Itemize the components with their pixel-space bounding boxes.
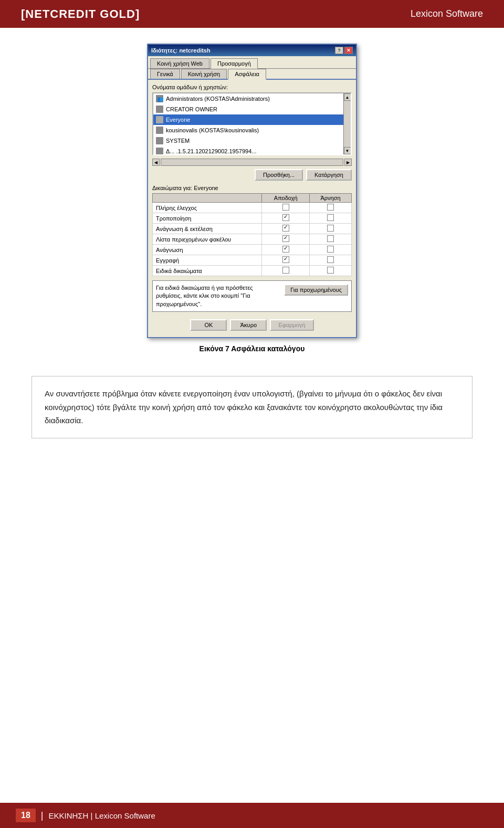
users-section-label: Ονόματα ομάδων ή χρηστών:	[152, 84, 352, 90]
perm-allow[interactable]	[262, 203, 309, 213]
header-brand: Lexicon Software	[411, 8, 483, 19]
permissions-label: Δικαιώματα για: Everyone	[152, 185, 352, 191]
scroll-down-arrow[interactable]: ▼	[344, 147, 351, 154]
user-name: CREATOR OWNER	[166, 106, 217, 112]
user-name: Everyone	[166, 117, 190, 123]
vertical-scrollbar[interactable]: ▲ ▼	[343, 93, 351, 154]
perm-col-allow: Αποδοχή	[262, 194, 309, 203]
perm-allow[interactable]	[262, 224, 309, 234]
remove-button[interactable]: Κατάργηση	[306, 169, 352, 181]
deny-checkbox[interactable]	[327, 246, 334, 253]
dialog-bottom-buttons: OK Άκυρο Εφαρμογή	[152, 316, 352, 333]
tab-web-share[interactable]: Κοινή χρήση Web	[150, 58, 209, 68]
windows-dialog: Ιδιότητες: netcreditsh ? ✕ Κοινή χρήση W…	[147, 44, 357, 338]
allow-checkbox[interactable]	[282, 256, 289, 263]
ok-button[interactable]: OK	[190, 319, 227, 331]
perm-deny[interactable]	[309, 234, 351, 245]
perm-col-name	[153, 194, 262, 203]
footer: 18 | ΕΚΚΙΝΗΣΗ | Lexicon Software	[0, 803, 504, 828]
perm-name: Ανάγνωση	[153, 245, 262, 255]
header: [NETCREDIT GOLD] Lexicon Software	[0, 0, 504, 28]
svg-rect-6	[156, 148, 163, 155]
close-button[interactable]: ✕	[344, 47, 353, 54]
permissions-table: Αποδοχή Άρνηση Πλήρης έλεγχος Τροποποίησ…	[152, 193, 352, 276]
deny-checkbox[interactable]	[327, 225, 334, 232]
perm-deny[interactable]	[309, 224, 351, 234]
horizontal-scrollbar-track[interactable]	[161, 159, 343, 166]
deny-checkbox[interactable]	[327, 235, 334, 242]
perm-allow[interactable]	[262, 234, 309, 245]
deny-checkbox[interactable]	[327, 204, 334, 211]
perm-allow[interactable]	[262, 245, 309, 255]
footer-divider: |	[41, 810, 44, 821]
bottom-tabs: Γενικά Κοινή χρήση Ασφάλεια	[148, 69, 356, 80]
add-button[interactable]: Προσθήκη...	[255, 169, 303, 181]
perm-row: Πλήρης έλεγχος	[153, 203, 352, 213]
tab-general[interactable]: Γενικά	[150, 69, 180, 79]
perm-deny[interactable]	[309, 203, 351, 213]
allow-checkbox[interactable]	[282, 246, 289, 253]
users-listbox[interactable]: 👥 Administrators (KOSTAS\Administrators)…	[152, 92, 352, 155]
perm-row: Ειδικά δικαιώματα	[153, 266, 352, 276]
tab-customization[interactable]: Προσαρμογή	[211, 58, 258, 69]
list-item[interactable]: CREATOR OWNER	[153, 104, 343, 114]
svg-rect-3	[156, 116, 163, 123]
cancel-button[interactable]: Άκυρο	[230, 319, 267, 331]
perm-deny[interactable]	[309, 213, 351, 224]
list-item[interactable]: kousinovalis (KOSTAS\kousinovalis)	[153, 125, 343, 135]
perm-name: Ειδικά δικαιώματα	[153, 266, 262, 276]
footer-page-number: 18	[16, 809, 36, 822]
user-name: kousinovalis (KOSTAS\kousinovalis)	[166, 127, 259, 133]
titlebar-buttons: ? ✕	[335, 47, 353, 54]
perm-row: Εγγραφή	[153, 255, 352, 266]
list-item[interactable]: Δ... .1.5.21.1202129002.1957994...	[153, 146, 343, 155]
scroll-right-arrow[interactable]: ▶	[344, 159, 352, 166]
dialog-container: Ιδιότητες: netcreditsh ? ✕ Κοινή χρήση W…	[32, 44, 472, 365]
perm-row: Λίστα περιεχομένων φακέλου	[153, 234, 352, 245]
scroll-left-arrow[interactable]: ◀	[152, 159, 160, 166]
allow-checkbox[interactable]	[282, 235, 289, 242]
allow-checkbox[interactable]	[282, 214, 289, 221]
advanced-text: Για ειδικά δικαιώματα ή για πρόσθετες ρυ…	[156, 284, 280, 308]
perm-name: Τροποποίηση	[153, 213, 262, 224]
allow-checkbox[interactable]	[282, 267, 289, 274]
scroll-track	[344, 101, 351, 147]
list-item[interactable]: SYSTEM	[153, 135, 343, 146]
deny-checkbox[interactable]	[327, 267, 334, 274]
deny-checkbox[interactable]	[327, 256, 334, 263]
apply-button[interactable]: Εφαρμογή	[270, 319, 313, 331]
info-box: Αν συναντήσετε πρόβλημα όταν κάνετε ενερ…	[32, 376, 472, 438]
tab-sharing[interactable]: Κοινή χρήση	[181, 69, 227, 79]
advanced-button[interactable]: Για προχωρημένους	[284, 284, 348, 296]
action-buttons: Προσθήκη... Κατάργηση	[152, 169, 352, 181]
advanced-section: Για ειδικά δικαιώματα ή για πρόσθετες ρυ…	[152, 280, 352, 312]
perm-deny[interactable]	[309, 266, 351, 276]
scroll-up-arrow[interactable]: ▲	[344, 93, 351, 101]
user-icon: 👥	[155, 95, 164, 103]
perm-name: Λίστα περιεχομένων φακέλου	[153, 234, 262, 245]
svg-text:👥: 👥	[157, 96, 163, 102]
svg-rect-5	[156, 137, 163, 144]
perm-name: Πλήρης έλεγχος	[153, 203, 262, 213]
user-icon	[155, 116, 164, 124]
perm-deny[interactable]	[309, 255, 351, 266]
allow-checkbox[interactable]	[282, 225, 289, 232]
allow-checkbox[interactable]	[282, 204, 289, 211]
perm-allow[interactable]	[262, 255, 309, 266]
dialog-body: Ονόματα ομάδων ή χρηστών: 👥 Administrato…	[148, 80, 356, 337]
perm-name: Ανάγνωση & εκτέλεση	[153, 224, 262, 234]
list-item[interactable]: 👥 Administrators (KOSTAS\Administrators)	[153, 93, 343, 104]
perm-deny[interactable]	[309, 245, 351, 255]
user-icon	[155, 147, 164, 155]
list-item-selected[interactable]: Everyone	[153, 114, 343, 125]
tab-security[interactable]: Ασφάλεια	[228, 69, 266, 80]
perm-col-deny: Άρνηση	[309, 194, 351, 203]
help-button[interactable]: ?	[335, 47, 343, 54]
dialog-titlebar: Ιδιότητες: netcreditsh ? ✕	[148, 45, 356, 56]
perm-allow[interactable]	[262, 266, 309, 276]
deny-checkbox[interactable]	[327, 214, 334, 221]
perm-name: Εγγραφή	[153, 255, 262, 266]
perm-allow[interactable]	[262, 213, 309, 224]
perm-row: Ανάγνωση	[153, 245, 352, 255]
footer-text: ΕΚΚΙΝΗΣΗ | Lexicon Software	[48, 811, 155, 820]
